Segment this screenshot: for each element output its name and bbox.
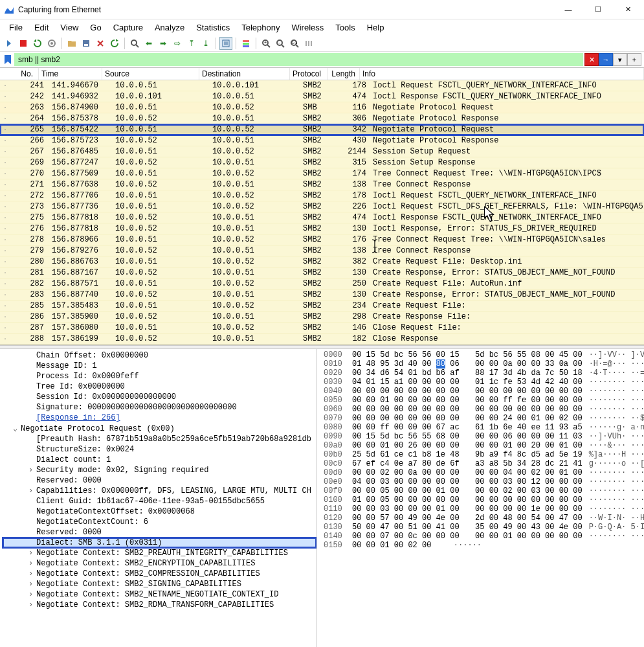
open-file-icon[interactable]: [65, 37, 78, 50]
packet-row[interactable]: ·281156.88716710.0.0.5210.0.0.51SMB2130C…: [0, 267, 644, 278]
packet-row[interactable]: ·263156.87490010.0.0.5110.0.0.52SMB116Ne…: [0, 102, 644, 113]
menu-file[interactable]: File: [4, 21, 28, 34]
menu-edit[interactable]: Edit: [29, 21, 54, 34]
tree-node[interactable]: Reserved: 0000: [3, 475, 316, 486]
menu-go[interactable]: Go: [85, 21, 106, 34]
packet-row[interactable]: ·242141.94693210.0.0.10110.0.0.51SMB2474…: [0, 91, 644, 102]
packet-row[interactable]: ·271156.87763810.0.0.5210.0.0.51SMB2138T…: [0, 179, 644, 190]
hex-row[interactable]: 00e004 00 03 00 00 00 00 00 00 00 03 00 …: [324, 477, 644, 486]
packet-row[interactable]: ·266156.87572310.0.0.5210.0.0.51SMB2430N…: [0, 135, 644, 146]
column-header[interactable]: Source: [102, 68, 199, 80]
hex-row[interactable]: 015000 00 01 00 02 00 ······: [324, 541, 644, 550]
display-filter-input[interactable]: [14, 53, 583, 66]
tree-node[interactable]: Message ID: 1: [3, 361, 316, 371]
packet-row[interactable]: ·278156.87896610.0.0.5110.0.0.52SMB2176T…: [0, 234, 644, 245]
hex-row[interactable]: 001001 48 95 3d 40 00 80 06 00 00 0a 00 …: [324, 359, 644, 369]
menu-wireless[interactable]: Wireless: [286, 21, 329, 34]
menu-statistics[interactable]: Statistics: [191, 21, 235, 34]
menu-help[interactable]: Help: [362, 21, 390, 34]
tree-node[interactable]: Reserved: 0000: [3, 527, 316, 538]
packet-row[interactable]: ·270156.87750910.0.0.5110.0.0.52SMB2174T…: [0, 168, 644, 179]
hex-row[interactable]: 008000 00 ff 00 00 00 67 ac 61 1b 6e 40 …: [324, 423, 644, 432]
start-capture-icon[interactable]: [3, 37, 16, 50]
close-button[interactable]: ✕: [613, 0, 643, 19]
hex-row[interactable]: 00d000 00 02 00 0a 00 00 00 00 00 04 00 …: [324, 468, 644, 477]
hex-row[interactable]: 010001 00 05 00 00 00 00 00 00 00 00 00 …: [324, 495, 644, 505]
packet-row[interactable]: ·265156.87542210.0.0.5110.0.0.52SMB2342N…: [0, 124, 644, 135]
packet-row[interactable]: ·288157.38619910.0.0.5210.0.0.51SMB2182C…: [0, 334, 644, 345]
menu-view[interactable]: View: [55, 21, 83, 34]
packet-row[interactable]: ·273156.87773610.0.0.5110.0.0.52SMB2226I…: [0, 201, 644, 212]
hex-row[interactable]: 014000 00 07 00 0c 00 00 00 00 00 01 00 …: [324, 532, 644, 541]
hex-row[interactable]: 007000 00 00 00 00 00 00 00 00 00 24 00 …: [324, 414, 644, 423]
tree-node[interactable]: Security mode: 0x02, Signing required: [3, 465, 316, 475]
capture-options-icon[interactable]: [45, 37, 58, 50]
tree-node[interactable]: Client Guid: 1b61ac67-406e-11ee-93a5-001…: [3, 496, 316, 506]
hex-row[interactable]: 006000 00 00 00 00 00 00 00 00 00 00 00 …: [324, 405, 644, 414]
packet-row[interactable]: ·280156.88676310.0.0.5110.0.0.52SMB2382C…: [0, 256, 644, 267]
save-file-icon[interactable]: [80, 37, 93, 50]
apply-filter-button[interactable]: →: [599, 53, 613, 66]
column-header[interactable]: Time: [39, 68, 102, 80]
hex-row[interactable]: 012000 00 57 00 49 00 4e 00 2d 00 48 00 …: [324, 514, 644, 523]
stop-capture-icon[interactable]: [17, 37, 30, 50]
tree-node[interactable]: Dialect count: 1: [3, 455, 316, 465]
hex-row[interactable]: 00b025 5d 61 ce c1 b8 1e 48 9b a9 f4 8c …: [324, 450, 644, 459]
packet-row[interactable]: ·272156.87770610.0.0.5110.0.0.52SMB2178I…: [0, 190, 644, 201]
go-to-packet-icon[interactable]: ⇨: [171, 37, 184, 50]
packet-row[interactable]: ·267156.87648510.0.0.5110.0.0.52SMB22144…: [0, 146, 644, 157]
packet-list-header[interactable]: No.TimeSourceDestinationProtocolLengthIn…: [0, 68, 644, 80]
go-last-icon[interactable]: ⤓: [199, 37, 212, 50]
restart-capture-icon[interactable]: [31, 37, 44, 50]
hex-row[interactable]: 002000 34 d6 54 01 bd b6 af 88 17 3d 4b …: [324, 369, 644, 378]
auto-scroll-icon[interactable]: [219, 37, 232, 50]
tree-node[interactable]: [Preauth Hash: 67871b519a8a0b5c259a6ce5f…: [3, 434, 316, 444]
tree-node[interactable]: Capabilities: 0x000000ff, DFS, LEASING, …: [3, 486, 316, 496]
hex-row[interactable]: 009000 15 5d bc 56 55 68 00 00 00 06 00 …: [324, 432, 644, 441]
tree-node[interactable]: [Response in: 266]: [3, 413, 316, 423]
packet-row[interactable]: ·275156.87781810.0.0.5210.0.0.51SMB2474I…: [0, 212, 644, 223]
resize-columns-icon[interactable]: [302, 37, 315, 50]
tree-node[interactable]: Dialect: SMB 3.1.1 (0x0311): [3, 538, 316, 548]
tree-node[interactable]: Negotiate Context: SMB2_PREAUTH_INTEGRIT…: [3, 548, 316, 558]
zoom-reset-icon[interactable]: 1:1: [288, 37, 301, 50]
go-back-icon[interactable]: ⬅: [142, 37, 155, 50]
hex-row[interactable]: 005000 00 01 00 00 00 00 00 00 00 ff fe …: [324, 396, 644, 405]
zoom-in-icon[interactable]: +: [260, 37, 272, 50]
tree-node[interactable]: Negotiate Context: SMB2_ENCRYPTION_CAPAB…: [3, 558, 316, 569]
tree-node[interactable]: Tree Id: 0x00000000: [3, 381, 316, 392]
filter-dropdown-button[interactable]: ▾: [613, 53, 627, 66]
tree-node[interactable]: Chain Offset: 0x00000000: [3, 350, 316, 361]
go-first-icon[interactable]: ⤒: [185, 37, 198, 50]
packet-details-pane[interactable]: Chain Offset: 0x00000000Message ID: 1Pro…: [0, 349, 317, 647]
packet-row[interactable]: ·285157.38548310.0.0.5110.0.0.52SMB2234C…: [0, 301, 644, 312]
hex-row[interactable]: 00a000 00 01 00 26 00 00 00 00 00 01 00 …: [324, 441, 644, 450]
hex-row[interactable]: 00c067 ef c4 0e a7 80 de 6f a3 a8 5b 34 …: [324, 459, 644, 468]
tree-node[interactable]: Session Id: 0x0000000000000000: [3, 392, 316, 402]
tree-node[interactable]: Process Id: 0x0000feff: [3, 371, 316, 381]
hex-row[interactable]: 000000 15 5d bc 56 56 00 15 5d bc 56 55 …: [324, 350, 644, 359]
menu-telephony[interactable]: Telephony: [236, 21, 285, 34]
find-packet-icon[interactable]: [128, 37, 141, 50]
packet-list-pane[interactable]: No.TimeSourceDestinationProtocolLengthIn…: [0, 67, 644, 345]
packet-row[interactable]: ·264156.87537810.0.0.5210.0.0.51SMB2306N…: [0, 113, 644, 124]
minimize-button[interactable]: —: [553, 0, 583, 19]
tree-node[interactable]: Negotiate Context: SMB2_RDMA_TRANSFORM_C…: [3, 600, 316, 610]
zoom-out-icon[interactable]: -: [274, 37, 287, 50]
column-header[interactable]: Protocol: [290, 68, 328, 80]
packet-row[interactable]: ·279156.87927610.0.0.5210.0.0.51SMB2138T…: [0, 245, 644, 256]
tree-node[interactable]: Negotiate Context: SMB2_NETNAME_NEGOTIAT…: [3, 589, 316, 600]
tree-node[interactable]: StructureSize: 0x0024: [3, 444, 316, 455]
hex-row[interactable]: 00f000 00 05 00 00 00 01 00 00 00 02 00 …: [324, 486, 644, 495]
packet-bytes-pane[interactable]: 000000 15 5d bc 56 56 00 15 5d bc 56 55 …: [317, 349, 644, 647]
menu-analyze[interactable]: Analyze: [150, 21, 190, 34]
packet-row[interactable]: ·241141.94667010.0.0.5110.0.0.101SMB2178…: [0, 80, 644, 91]
hex-row[interactable]: 003004 01 15 a1 00 00 00 00 01 1c fe 53 …: [324, 378, 644, 387]
packet-row[interactable]: ·287157.38608010.0.0.5110.0.0.52SMB2146C…: [0, 323, 644, 334]
maximize-button[interactable]: ☐: [583, 0, 613, 19]
menu-capture[interactable]: Capture: [108, 21, 148, 34]
tree-node[interactable]: NegotiateContextCount: 6: [3, 517, 316, 527]
hex-row[interactable]: 013050 00 47 00 51 00 41 00 35 00 49 00 …: [324, 523, 644, 532]
close-file-icon[interactable]: [94, 37, 107, 50]
colorize-icon[interactable]: [239, 37, 252, 50]
